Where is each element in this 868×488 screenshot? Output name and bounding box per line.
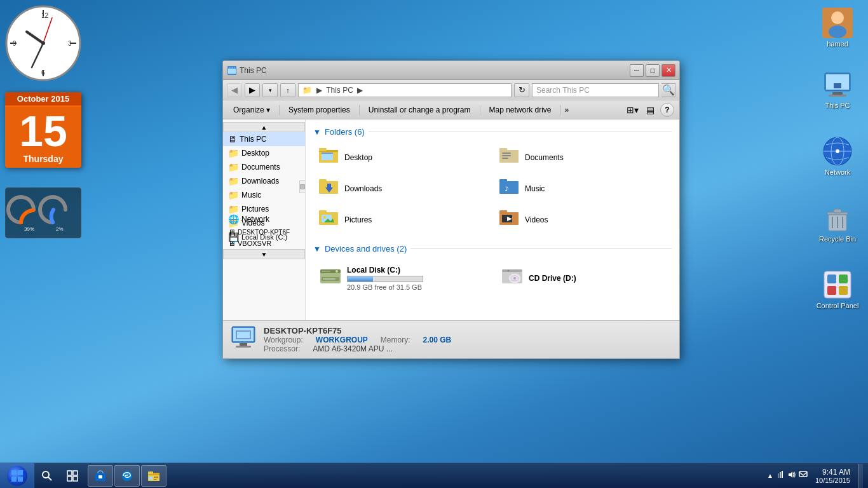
drive-item-c[interactable]: Local Disk (C:) 20.9 GB free of 31.5 GB xyxy=(313,260,490,297)
status-detail-2: Processor: AMD A6-3420M APU ... xyxy=(264,344,451,353)
svg-rect-84 xyxy=(236,346,251,348)
search-button[interactable]: 🔍 xyxy=(661,83,675,97)
maximize-button[interactable]: □ xyxy=(646,64,660,77)
minimize-button[interactable]: ─ xyxy=(630,64,644,77)
desktop-icon-hamed[interactable]: hamed xyxy=(812,5,863,50)
status-bar: DESKTOP-KPT6F75 Workgroup: WORKGROUP Mem… xyxy=(223,320,679,358)
svg-marker-110 xyxy=(789,471,792,478)
start-button[interactable] xyxy=(0,463,34,489)
svg-rect-94 xyxy=(67,471,72,475)
svg-point-18 xyxy=(829,25,846,38)
tray-message-icon[interactable] xyxy=(799,470,808,481)
recent-button[interactable]: ▾ xyxy=(262,83,278,97)
clock-face: 12 3 6 9 xyxy=(5,5,81,81)
status-info: DESKTOP-KPT6F75 Workgroup: WORKGROUP Mem… xyxy=(264,326,451,353)
svg-rect-40 xyxy=(228,69,236,74)
svg-text:2%: 2% xyxy=(56,226,64,232)
task-view-button[interactable] xyxy=(61,464,84,487)
svg-rect-61 xyxy=(319,210,327,214)
folders-section-header: ▼ Folders (6) xyxy=(313,127,672,137)
svg-rect-35 xyxy=(827,274,836,283)
task-view-icon xyxy=(67,470,78,482)
memory-label: Memory: xyxy=(381,336,410,344)
svg-rect-21 xyxy=(832,92,843,95)
taskbar-explorer-app[interactable] xyxy=(141,465,166,487)
address-bar[interactable]: 📁 ▶ This PC ▶ xyxy=(298,83,512,97)
desktop-icon-recycle-bin[interactable]: Recycle Bin xyxy=(812,200,863,245)
svg-rect-72 xyxy=(322,271,330,272)
title-text: This PC xyxy=(240,66,267,75)
file-area: ▼ Folders (6) Des xyxy=(306,119,679,320)
svg-rect-22 xyxy=(829,95,846,97)
show-desktop-button[interactable] xyxy=(858,464,863,488)
folder-item-music[interactable]: ♪ Music xyxy=(494,174,672,203)
nav-item-desktop[interactable]: 📁 Desktop xyxy=(223,146,305,160)
svg-rect-57 xyxy=(499,181,519,194)
calendar-day: Thursday xyxy=(5,154,81,168)
svg-point-77 xyxy=(508,270,510,272)
folder-item-videos[interactable]: Videos xyxy=(494,205,672,234)
uninstall-button[interactable]: Uninstall or change a program xyxy=(363,103,476,117)
help-button[interactable]: ? xyxy=(660,103,674,117)
desktop-icon-control-panel[interactable]: Control Panel xyxy=(812,267,863,312)
up-button[interactable]: ↑ xyxy=(280,83,295,97)
nav-item-documents[interactable]: 📁 Documents xyxy=(223,160,305,174)
svg-rect-50 xyxy=(499,148,507,151)
sysmon-widget: 39% 2% xyxy=(5,187,81,238)
clock-display[interactable]: 9:41 AM 10/15/2015 xyxy=(813,468,853,484)
drive-cd-info: CD Drive (D:) xyxy=(529,274,666,283)
svg-rect-90 xyxy=(11,477,17,482)
preview-pane-button[interactable]: ▤ xyxy=(642,103,658,117)
system-properties-button[interactable]: System properties xyxy=(283,103,355,117)
toolbar-separator-4 xyxy=(560,105,561,115)
tray-expand-icon[interactable]: ▲ xyxy=(767,472,773,479)
folder-item-downloads[interactable]: Downloads xyxy=(313,174,491,203)
folder-pictures-label: Pictures xyxy=(344,215,372,224)
svg-rect-52 xyxy=(502,155,511,156)
svg-rect-13 xyxy=(5,187,81,238)
toolbar-separator-2 xyxy=(359,105,360,115)
taskbar-store-app[interactable] xyxy=(88,465,113,487)
desktop-icon-this-pc[interactable]: This PC xyxy=(812,67,863,112)
nav-item-downloads[interactable]: 📁 Downloads xyxy=(223,174,305,188)
folders-title: Folders (6) xyxy=(325,127,365,137)
map-network-button[interactable]: Map network drive xyxy=(484,103,557,117)
forward-button[interactable]: ▶ xyxy=(245,83,260,97)
drive-item-d[interactable]: CD Drive (D:) xyxy=(495,260,672,297)
folders-grid: Desktop Documents xyxy=(313,143,672,234)
nav-scroll-up[interactable]: ▲ xyxy=(223,122,305,132)
explorer-window: This PC ─ □ ✕ ◀ ▶ ▾ ↑ 📁 ▶ This PC ▶ ↻ Se… xyxy=(222,60,680,359)
folder-item-documents[interactable]: Documents xyxy=(494,143,672,172)
taskbar-search-button[interactable] xyxy=(36,464,58,487)
tray-network-icon[interactable] xyxy=(776,470,785,481)
taskbar-edge-app[interactable] xyxy=(114,465,140,487)
close-button[interactable]: ✕ xyxy=(661,64,675,77)
organize-button[interactable]: Organize ▾ xyxy=(228,103,275,117)
nav-item-this-pc[interactable]: 🖥 This PC xyxy=(223,132,305,146)
svg-line-93 xyxy=(48,477,51,480)
nav-scroll-down[interactable]: ▼ xyxy=(223,249,305,259)
folder-item-pictures[interactable]: Pictures xyxy=(313,205,491,234)
search-bar[interactable]: Search This PC xyxy=(532,83,659,97)
back-button[interactable]: ◀ xyxy=(227,83,242,97)
svg-rect-58 xyxy=(499,179,507,182)
refresh-button[interactable]: ↻ xyxy=(514,83,529,97)
folders-arrow[interactable]: ▼ xyxy=(313,128,321,137)
status-pc-name: DESKTOP-KPT6F75 xyxy=(264,326,451,336)
this-pc-label: This PC xyxy=(815,102,860,109)
nav-scrollbar-thumb[interactable] xyxy=(300,184,305,189)
folder-downloads-label: Downloads xyxy=(344,184,382,193)
drives-arrow[interactable]: ▼ xyxy=(313,245,321,254)
svg-point-79 xyxy=(513,277,516,280)
svg-rect-37 xyxy=(827,286,836,295)
toolbar-overflow[interactable]: » xyxy=(565,105,569,114)
svg-rect-42 xyxy=(231,67,233,69)
drive-c-info: Local Disk (C:) 20.9 GB free of 31.5 GB xyxy=(347,266,484,291)
system-tray: ▲ xyxy=(767,470,808,481)
nav-scrollbar[interactable] xyxy=(299,180,306,193)
tray-volume-icon[interactable] xyxy=(787,470,796,481)
toolbar-separator-1 xyxy=(279,105,280,115)
view-options-button[interactable]: ⊞▾ xyxy=(625,103,640,117)
desktop-icon-network[interactable]: Network xyxy=(812,133,863,179)
folder-item-desktop[interactable]: Desktop xyxy=(313,143,491,172)
